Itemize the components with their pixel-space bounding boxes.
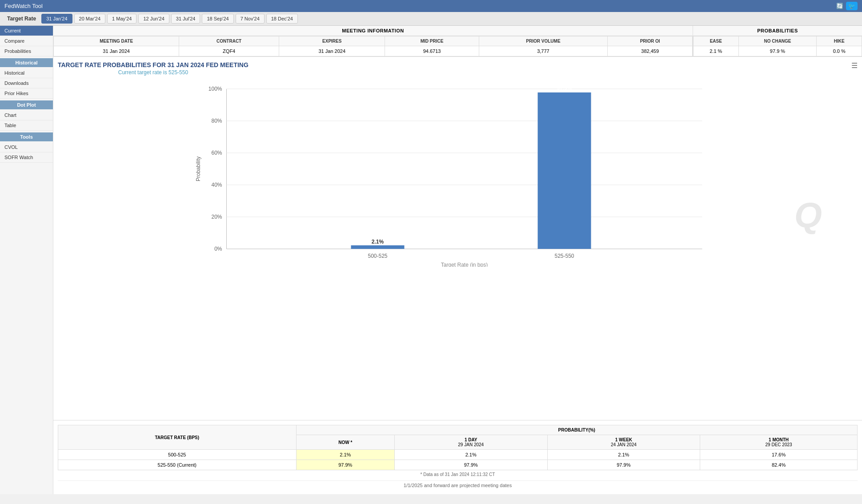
sidebar-header-dotplot: Dot Plot (0, 100, 53, 109)
probabilities-section: PROBABILITIES EASE NO CHANGE HIKE 2.1 % … (693, 26, 862, 56)
table-row: 31 Jan 2024 ZQF4 31 Jan 2024 94.6713 3,7… (54, 46, 693, 56)
table-footer: * Data as of 31 Jan 2024 12:11:32 CT (58, 470, 858, 479)
col-now: NOW * (296, 435, 394, 450)
no-change-val: 97.9 % (738, 46, 817, 56)
chart-section: TARGET RATE PROBABILITIES FOR 31 JAN 202… (53, 57, 862, 420)
sidebar-item-probabilities[interactable]: Probabilities (0, 46, 53, 56)
svg-text:80%: 80% (211, 118, 222, 124)
col-1month: 1 MONTH 29 DEC 2023 (700, 435, 858, 450)
col-ease: EASE (694, 36, 739, 46)
svg-text:60%: 60% (211, 150, 222, 156)
col-no-change: NO CHANGE (738, 36, 817, 46)
sidebar-item-historical[interactable]: Historical (0, 68, 53, 78)
sidebar-item-cvol[interactable]: CVOL (0, 142, 53, 152)
bar-500-525 (351, 245, 405, 249)
col-target-rate: TARGET RATE (BPS) (58, 425, 297, 450)
top-bar-icons: 🔄 🐦 (836, 2, 858, 10)
sidebar-section-tools: Tools CVOL SOFR Watch (0, 132, 53, 163)
sidebar-item-chart[interactable]: Chart (0, 110, 53, 120)
prob-table: TARGET RATE (BPS) PROBABILITY(%) NOW * 1… (58, 425, 858, 470)
meeting-info-title: MEETING INFORMATION (53, 26, 693, 36)
hamburger-icon[interactable]: ☰ (851, 61, 858, 70)
col-probability: PROBABILITY(%) (296, 425, 857, 435)
tab-18sep24[interactable]: 18 Sep'24 (202, 14, 233, 24)
col-prior-oi: PRIOR OI (608, 36, 693, 46)
chart-subtitle: Current target rate is 525-550 (58, 69, 249, 76)
sidebar-item-table[interactable]: Table (0, 120, 53, 131)
contract-val: ZQF4 (179, 46, 279, 56)
chart-container: Q 100% 80% 60% (58, 80, 858, 271)
bottom-table-section: TARGET RATE (BPS) PROBABILITY(%) NOW * 1… (53, 420, 862, 494)
svg-text:500-525: 500-525 (368, 253, 387, 259)
tab-section-label: Target Rate (4, 14, 40, 24)
refresh-icon[interactable]: 🔄 (836, 3, 843, 9)
svg-text:97.9%: 97.9% (557, 85, 572, 91)
meeting-info: MEETING INFORMATION MEETING DATE CONTRAC… (53, 26, 693, 56)
tab-18dec24[interactable]: 18 Dec'24 (266, 14, 298, 24)
target-525-550: 525-550 (Current) (58, 460, 297, 470)
col-mid-price: MID PRICE (385, 36, 479, 46)
bar-525-550 (538, 92, 591, 249)
main-content: MEETING INFORMATION MEETING DATE CONTRAC… (53, 26, 862, 494)
now-500-525: 2.1% (296, 450, 394, 460)
svg-text:40%: 40% (211, 182, 222, 188)
prior-volume-val: 3,777 (479, 46, 608, 56)
app-title: FedWatch Tool (4, 3, 43, 9)
svg-text:100%: 100% (208, 86, 222, 92)
tab-31jan24[interactable]: 31 Jan'24 (41, 14, 72, 24)
sidebar-item-downloads[interactable]: Downloads (0, 78, 53, 88)
svg-text:0%: 0% (214, 246, 222, 252)
day1-525-550: 97.9% (394, 460, 547, 470)
sidebar-header-historical: Historical (0, 58, 53, 67)
col-expires: EXPIRES (279, 36, 385, 46)
col-prior-volume: PRIOR VOLUME (479, 36, 608, 46)
sidebar-section-main: Current Compare Probabilities (0, 26, 53, 56)
week1-525-550: 97.9% (547, 460, 700, 470)
sidebar-item-current[interactable]: Current (0, 26, 53, 36)
svg-text:20%: 20% (211, 214, 222, 220)
meeting-info-table: MEETING DATE CONTRACT EXPIRES MID PRICE … (53, 36, 693, 56)
col-meeting-date: MEETING DATE (54, 36, 179, 46)
hike-val: 0.0 % (817, 46, 862, 56)
meeting-section: MEETING INFORMATION MEETING DATE CONTRAC… (53, 26, 862, 57)
svg-text:2.1%: 2.1% (372, 239, 384, 245)
chart-svg: 100% 80% 60% 40% 20% 0% (58, 80, 858, 267)
top-bar: FedWatch Tool 🔄 🐦 (0, 0, 862, 12)
twitter-icon[interactable]: 🐦 (846, 2, 858, 10)
probabilities-table: EASE NO CHANGE HIKE 2.1 % 97.9 % 0.0 % (693, 36, 862, 56)
month1-525-550: 82.4% (700, 460, 858, 470)
table-footnote: 1/1/2025 and forward are projected meeti… (58, 480, 858, 490)
col-1week: 1 WEEK 24 JAN 2024 (547, 435, 700, 450)
sidebar: Current Compare Probabilities Historical… (0, 26, 53, 494)
sidebar-item-sofr-watch[interactable]: SOFR Watch (0, 152, 53, 163)
meeting-date-val: 31 Jan 2024 (54, 46, 179, 56)
svg-text:Target Rate (in bps): Target Rate (in bps) (441, 262, 488, 267)
sidebar-header-tools: Tools (0, 132, 53, 141)
target-500-525: 500-525 (58, 450, 297, 460)
sidebar-section-historical: Historical Historical Downloads Prior Hi… (0, 58, 53, 99)
table-row: 500-525 2.1% 2.1% 2.1% 17.6% (58, 450, 858, 460)
sidebar-item-compare[interactable]: Compare (0, 36, 53, 46)
col-hike: HIKE (817, 36, 862, 46)
chart-title: TARGET RATE PROBABILITIES FOR 31 JAN 202… (58, 61, 249, 68)
tabs-row: Target Rate 31 Jan'24 20 Mar'24 1 May'24… (0, 12, 862, 26)
prior-oi-val: 382,459 (608, 46, 693, 56)
sidebar-item-prior-hikes[interactable]: Prior Hikes (0, 88, 53, 99)
day1-500-525: 2.1% (394, 450, 547, 460)
main-layout: Current Compare Probabilities Historical… (0, 26, 862, 494)
ease-val: 2.1 % (694, 46, 739, 56)
probabilities-title: PROBABILITIES (693, 26, 862, 36)
q-watermark: Q (794, 195, 822, 236)
svg-text:Probability: Probability (195, 156, 201, 181)
prob-row: 2.1 % 97.9 % 0.0 % (694, 46, 862, 56)
svg-text:525-550: 525-550 (554, 253, 574, 259)
col-1day: 1 DAY 29 JAN 2024 (394, 435, 547, 450)
week1-500-525: 2.1% (547, 450, 700, 460)
now-525-550: 97.9% (296, 460, 394, 470)
tab-12jun24[interactable]: 12 Jun'24 (138, 14, 169, 24)
tab-7nov24[interactable]: 7 Nov'24 (236, 14, 265, 24)
tab-20mar24[interactable]: 20 Mar'24 (74, 14, 106, 24)
expires-val: 31 Jan 2024 (279, 46, 385, 56)
tab-1may24[interactable]: 1 May'24 (107, 14, 136, 24)
tab-31jul24[interactable]: 31 Jul'24 (171, 14, 200, 24)
